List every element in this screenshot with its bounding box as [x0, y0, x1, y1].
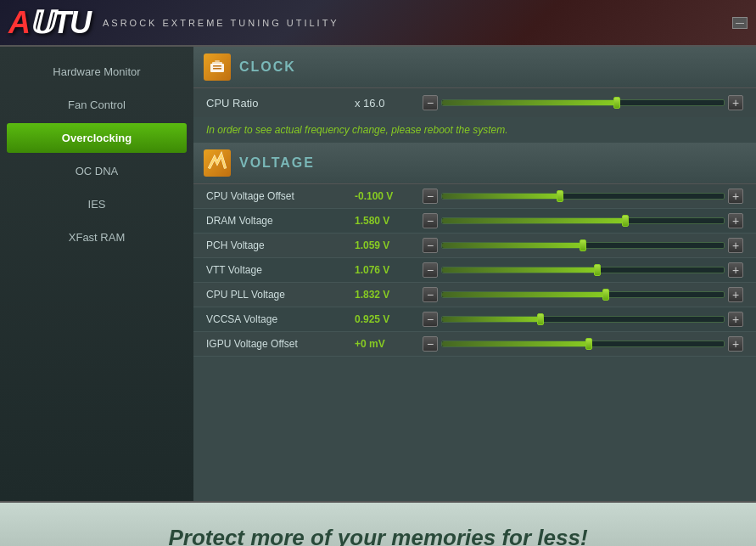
dram-voltage-minus[interactable]: − — [423, 213, 438, 228]
app-subtitle: ASRock Extreme Tuning Utility — [103, 18, 339, 28]
vccsa-voltage-track — [441, 316, 725, 323]
pch-voltage-slider[interactable] — [441, 239, 725, 252]
svg-rect-4 — [213, 68, 221, 70]
cpu-voltage-offset-track — [441, 193, 725, 200]
igpu-voltage-offset-label: IGPU Voltage Offset — [206, 338, 355, 350]
dram-voltage-value: 1.580 V — [355, 215, 423, 227]
igpu-voltage-offset-thumb[interactable] — [585, 338, 592, 350]
vccsa-voltage-plus[interactable]: + — [728, 312, 743, 327]
cpu-voltage-offset-value: -0.100 V — [355, 190, 423, 202]
clock-section-title: CLOCK — [239, 59, 296, 75]
cpu-pll-voltage-thumb[interactable] — [602, 289, 609, 301]
cpu-ratio-fill — [442, 100, 617, 105]
dram-voltage-fill — [442, 218, 625, 223]
cpu-pll-voltage-track — [441, 291, 725, 298]
voltage-row-cpu-pll: CPU PLL Voltage 1.832 V − + — [193, 283, 756, 307]
vtt-voltage-value: 1.076 V — [355, 264, 423, 276]
dram-voltage-thumb[interactable] — [622, 215, 629, 227]
vccsa-voltage-fill — [442, 317, 540, 322]
main-container: Hardware Monitor Fan Control Overclockin… — [0, 47, 756, 501]
ad-banner: Protect more of your memories for less! — [0, 501, 756, 546]
sidebar: Hardware Monitor Fan Control Overclockin… — [0, 47, 193, 501]
sidebar-item-xfast-ram[interactable]: XFast RAM — [0, 221, 193, 254]
dram-voltage-slider[interactable] — [441, 214, 725, 228]
vccsa-voltage-slider[interactable] — [441, 312, 725, 326]
pch-voltage-plus[interactable]: + — [728, 238, 743, 253]
sidebar-item-hardware-monitor[interactable]: Hardware Monitor — [0, 55, 193, 88]
cpu-voltage-offset-label: CPU Voltage Offset — [206, 190, 355, 202]
sidebar-item-fan-control[interactable]: Fan Control — [0, 88, 193, 121]
vccsa-voltage-label: VCCSA Voltage — [206, 313, 355, 325]
voltage-section-title: VOLTAGE — [239, 155, 315, 171]
sidebar-item-overclocking[interactable]: Overclocking — [7, 123, 187, 153]
cpu-ratio-track — [441, 99, 725, 106]
svg-rect-3 — [213, 65, 221, 67]
dram-voltage-track — [441, 217, 725, 224]
sidebar-item-ies[interactable]: IES — [0, 188, 193, 221]
vtt-voltage-thumb[interactable] — [594, 264, 601, 276]
voltage-row-cpu-offset: CPU Voltage Offset -0.100 V − + — [193, 184, 756, 209]
sidebar-item-oc-dna[interactable]: OC DNA — [0, 155, 193, 188]
cpu-ratio-label: CPU Ratio — [206, 97, 355, 110]
dram-voltage-plus[interactable]: + — [728, 213, 743, 228]
svg-rect-1 — [212, 62, 222, 65]
cpu-ratio-slider[interactable] — [441, 96, 725, 110]
igpu-voltage-offset-plus[interactable]: + — [728, 336, 743, 352]
clock-icon — [204, 53, 231, 81]
svg-rect-2 — [215, 60, 220, 62]
pch-voltage-value: 1.059 V — [355, 239, 423, 251]
cpu-pll-voltage-label: CPU PLL Voltage — [206, 289, 355, 301]
cpu-ratio-value: x 16.0 — [355, 97, 423, 110]
cpu-pll-voltage-slider[interactable] — [441, 288, 725, 301]
cpu-voltage-offset-minus[interactable]: − — [423, 189, 438, 204]
vtt-voltage-fill — [442, 267, 597, 273]
cpu-pll-voltage-plus[interactable]: + — [728, 287, 743, 302]
cpu-pll-voltage-minus[interactable]: − — [423, 287, 438, 302]
vtt-voltage-track — [441, 267, 725, 273]
cpu-voltage-offset-fill — [442, 194, 560, 199]
cpu-pll-voltage-fill — [442, 292, 606, 297]
clock-section-header: CLOCK — [193, 47, 756, 88]
igpu-voltage-offset-track — [441, 341, 725, 347]
pch-voltage-minus[interactable]: − — [423, 238, 438, 253]
content-area: CLOCK CPU Ratio x 16.0 − + In order to s… — [193, 47, 756, 501]
minimize-button[interactable]: — — [732, 17, 748, 29]
voltage-row-vtt: VTT Voltage 1.076 V − + — [193, 258, 756, 283]
cpu-voltage-offset-thumb[interactable] — [557, 190, 563, 202]
voltage-icon — [204, 149, 231, 177]
title-bar: A𝕌TU ASRock Extreme Tuning Utility — — [0, 0, 756, 47]
cpu-ratio-plus-button[interactable]: + — [728, 95, 743, 110]
vtt-voltage-label: VTT Voltage — [206, 264, 355, 276]
voltage-row-igpu-offset: IGPU Voltage Offset +0 mV − + — [193, 332, 756, 357]
pch-voltage-label: PCH Voltage — [206, 239, 355, 251]
pch-voltage-thumb[interactable] — [580, 239, 586, 251]
pch-voltage-fill — [442, 243, 583, 248]
vtt-voltage-plus[interactable]: + — [728, 262, 743, 278]
igpu-voltage-offset-value: +0 mV — [355, 338, 423, 350]
cpu-ratio-thumb[interactable] — [613, 97, 620, 109]
app-logo: A𝕌TU — [8, 5, 90, 41]
cpu-pll-voltage-value: 1.832 V — [355, 289, 423, 301]
cpu-ratio-row: CPU Ratio x 16.0 − + — [193, 88, 756, 117]
igpu-voltage-offset-slider[interactable] — [441, 337, 725, 351]
cpu-voltage-offset-slider[interactable] — [441, 189, 725, 203]
vccsa-voltage-minus[interactable]: − — [423, 312, 438, 327]
igpu-voltage-offset-minus[interactable]: − — [423, 336, 438, 352]
igpu-voltage-offset-fill — [442, 341, 589, 346]
content-wrapper: CLOCK CPU Ratio x 16.0 − + In order to s… — [193, 47, 756, 357]
cpu-ratio-minus-button[interactable]: − — [423, 95, 438, 110]
dram-voltage-label: DRAM Voltage — [206, 215, 355, 227]
ad-text: Protect more of your memories for less! — [168, 525, 587, 546]
voltage-row-dram: DRAM Voltage 1.580 V − + — [193, 209, 756, 234]
vtt-voltage-minus[interactable]: − — [423, 262, 438, 278]
voltage-row-pch: PCH Voltage 1.059 V − + — [193, 234, 756, 258]
cpu-voltage-offset-plus[interactable]: + — [728, 189, 743, 204]
reboot-info-message: In order to see actual frequency change,… — [193, 117, 756, 143]
voltage-section-header: VOLTAGE — [193, 143, 756, 184]
voltage-row-vccsa: VCCSA Voltage 0.925 V − + — [193, 307, 756, 332]
logo-area: A𝕌TU ASRock Extreme Tuning Utility — [8, 5, 339, 41]
vccsa-voltage-value: 0.925 V — [355, 313, 423, 325]
vtt-voltage-slider[interactable] — [441, 263, 725, 277]
vccsa-voltage-thumb[interactable] — [537, 313, 544, 325]
